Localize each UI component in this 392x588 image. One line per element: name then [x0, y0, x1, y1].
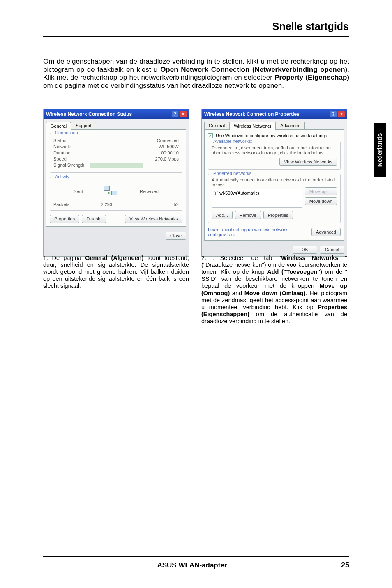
tab-wireless-networks[interactable]: Wireless Networks	[229, 122, 276, 130]
received-label: Received	[140, 189, 159, 194]
dialog-title: Wireless Network Connection Properties	[204, 111, 300, 117]
sent-label: Sent	[74, 189, 83, 194]
page-footer: ASUS WLAN-adapter 25	[43, 561, 349, 570]
close-icon[interactable]: ×	[338, 111, 345, 117]
help-icon[interactable]: ?	[330, 111, 337, 117]
net-properties-button[interactable]: Properties	[263, 211, 293, 219]
packets-label: Packets:	[53, 202, 71, 207]
close-icon[interactable]: ×	[180, 111, 187, 117]
move-up-button[interactable]: Move up	[305, 187, 337, 195]
status-label: Status:	[53, 138, 67, 143]
close-button[interactable]: Close	[166, 232, 186, 240]
duration-label: Duration:	[53, 150, 72, 155]
view-networks-button[interactable]: View Wireless Networks	[125, 215, 182, 223]
add-button[interactable]: Add...	[212, 211, 233, 219]
available-desc: To connect to, disconnect from, or find …	[212, 145, 337, 155]
preferred-listbox[interactable]: wl-500w(Automatic)	[212, 189, 302, 208]
bottom-rule	[43, 556, 349, 557]
tab-support[interactable]: Support	[71, 122, 96, 129]
signal-bar	[90, 163, 143, 168]
duration-value: 00:00:10	[161, 150, 179, 155]
preferred-group: Preferred networks: Automatically connec…	[208, 174, 341, 223]
activity-legend: Activity	[53, 174, 71, 179]
packets-received: 52	[174, 202, 179, 207]
preferred-legend: Preferred networks:	[212, 171, 254, 176]
footer-product: ASUS WLAN-adapter	[157, 561, 227, 570]
tab-advanced[interactable]: Advanced	[276, 122, 305, 129]
speed-label: Speed:	[53, 156, 68, 161]
signal-label: Signal Strength:	[53, 163, 85, 168]
tab-general[interactable]: General	[46, 122, 71, 130]
status-value: Connected	[157, 138, 179, 143]
available-group: Available networks: To connect to, disco…	[208, 142, 341, 170]
network-value: WL-500W	[159, 144, 179, 149]
caption-2: 2. . Selecteer de tab "Wireless Networks…	[201, 255, 347, 325]
learn-link[interactable]: Learn about setting up wireless network …	[208, 227, 308, 237]
language-tab: Nederlands	[374, 123, 386, 177]
connection-legend: Connection	[53, 130, 80, 135]
top-rule	[43, 36, 349, 37]
cancel-button[interactable]: Cancel	[320, 246, 344, 254]
intro-paragraph: Om de eigenschappen van de draadloze ver…	[43, 57, 349, 90]
disable-button[interactable]: Disable	[82, 215, 106, 223]
advanced-button[interactable]: Advanced	[311, 228, 341, 236]
remove-button[interactable]: Remove	[235, 211, 261, 219]
activity-group: Activity Sent — — Received Packets: 2,29…	[50, 177, 182, 211]
available-legend: Available networks:	[212, 139, 254, 144]
activity-icon	[104, 185, 119, 198]
ok-button[interactable]: OK	[293, 246, 317, 254]
help-icon[interactable]: ?	[171, 111, 179, 117]
caption-1: 1. De pagina General (Algemeen) toont to…	[43, 255, 189, 325]
titlebar: Wireless Network Connection Properties ?…	[202, 109, 347, 119]
antenna-icon	[214, 191, 218, 195]
preferred-desc: Automatically connect to available netwo…	[212, 177, 337, 187]
view-wireless-button[interactable]: View Wireless Networks	[279, 158, 337, 166]
move-down-button[interactable]: Move down	[305, 197, 337, 205]
use-windows-label: Use Windows to configure my wireless net…	[216, 133, 327, 138]
titlebar: Wireless Network Connection Status ? ×	[44, 109, 189, 119]
properties-dialog: Wireless Network Connection Properties ?…	[201, 109, 347, 257]
status-dialog: Wireless Network Connection Status ? × G…	[43, 109, 189, 257]
use-windows-checkbox[interactable]: ✓	[208, 133, 213, 138]
speed-value: 270.0 Mbps	[155, 156, 179, 161]
properties-button[interactable]: Properties	[50, 215, 79, 223]
connection-group: Connection Status:Connected Network:WL-5…	[50, 133, 182, 173]
tab-general[interactable]: General	[204, 122, 229, 129]
page-number: 25	[341, 561, 349, 570]
page-title: Snelle startgids	[272, 21, 349, 32]
dialog-title: Wireless Network Connection Status	[46, 111, 132, 117]
packets-sent: 2,293	[101, 202, 113, 207]
list-item[interactable]: wl-500w(Automatic)	[214, 191, 300, 195]
network-label: Network:	[53, 144, 71, 149]
